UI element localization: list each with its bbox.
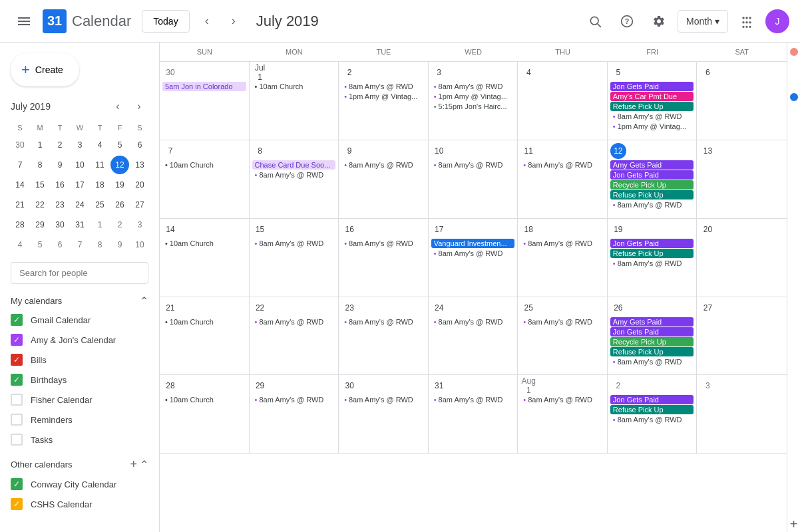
day-number[interactable]: 24 [431, 300, 447, 316]
day-number[interactable]: 21 [162, 300, 178, 316]
day-number[interactable]: 11 [520, 143, 536, 159]
mini-cal-day[interactable]: 22 [31, 196, 49, 214]
calendar-event[interactable]: 5:15pm Jon's Hairc... [431, 102, 515, 111]
mini-cal-day[interactable]: 28 [11, 215, 29, 234]
other-calendar-item[interactable]: ✓CSHS Calendar [0, 494, 159, 514]
my-calendar-item[interactable]: ✓Amy & Jon's Calendar [0, 330, 159, 350]
mini-cal-day[interactable]: 1 [31, 136, 49, 154]
calendar-cell[interactable]: 2810am Church [160, 375, 250, 453]
mini-cal-day[interactable]: 2 [110, 215, 129, 234]
day-number[interactable]: 19 [610, 221, 626, 237]
my-calendar-item[interactable]: ✓Gmail Calendar [0, 310, 159, 330]
calendar-cell[interactable]: 298am Amy's @ RWD [250, 375, 339, 453]
mini-cal-day[interactable]: 13 [130, 156, 149, 174]
mini-cal-day[interactable]: 2 [51, 136, 69, 154]
mini-cal-day[interactable]: 4 [11, 235, 29, 254]
calendar-event[interactable]: 8am Amy's @ RWD [520, 317, 604, 327]
menu-button[interactable] [11, 8, 37, 35]
mini-cal-day[interactable]: 20 [130, 176, 149, 194]
next-month-button[interactable]: › [222, 9, 246, 33]
my-calendars-header[interactable]: My calendars ⌃ [0, 292, 159, 310]
mini-cal-day[interactable]: 4 [91, 136, 109, 154]
calendar-event[interactable]: 8am Amy's @ RWD [520, 239, 604, 248]
calendar-checkbox[interactable] [11, 414, 23, 426]
mini-cal-day[interactable]: 24 [71, 196, 89, 214]
calendar-event[interactable]: Jon Gets Paid [610, 82, 694, 91]
calendar-cell[interactable]: Aug 18am Amy's @ RWD [518, 375, 608, 453]
calendar-cell[interactable]: 318am Amy's @ RWD [429, 375, 518, 453]
calendar-event[interactable]: Jon Gets Paid [610, 239, 694, 248]
mini-cal-day[interactable]: 5 [31, 235, 49, 254]
calendar-cell[interactable]: 20 [697, 219, 787, 297]
mini-cal-day[interactable]: 15 [31, 176, 49, 194]
mini-cal-day[interactable]: 17 [71, 176, 89, 194]
calendar-cell[interactable]: 98am Amy's @ RWD [339, 140, 429, 218]
day-number[interactable]: 29 [252, 378, 268, 394]
calendar-cell[interactable]: 188am Amy's @ RWD [518, 219, 608, 297]
day-number[interactable]: 5 [610, 65, 626, 80]
mini-cal-day[interactable]: 8 [31, 156, 49, 174]
apps-button[interactable] [733, 8, 760, 35]
calendar-cell[interactable]: 19Jon Gets PaidRefuse Pick Up8am Amy's @… [608, 219, 698, 297]
calendar-cell[interactable]: 38am Amy's @ RWD1pm Amy @ Vintag...5:15p… [429, 62, 518, 140]
calendar-checkbox[interactable]: ✓ [11, 314, 23, 326]
calendar-event[interactable]: 8am Amy's @ RWD [431, 160, 515, 170]
mini-cal-day[interactable]: 11 [91, 156, 109, 174]
mini-cal-day[interactable]: 31 [71, 215, 89, 234]
calendar-event[interactable]: 8am Amy's @ RWD [431, 317, 515, 327]
calendar-cell[interactable]: 308am Amy's @ RWD [339, 375, 429, 453]
calendar-event[interactable]: 8am Amy's @ RWD [252, 170, 336, 180]
calendar-cell[interactable]: 118am Amy's @ RWD [518, 140, 608, 218]
calendar-checkbox[interactable]: ✓ [11, 354, 23, 366]
day-number[interactable]: 2 [341, 65, 357, 80]
calendar-event[interactable]: Refuse Pick Up [610, 405, 694, 414]
day-number[interactable]: 3 [700, 378, 715, 394]
prev-month-button[interactable]: ‹ [195, 9, 219, 33]
calendar-cell[interactable]: 17Vanguard Investmen...8am Amy's @ RWD [429, 219, 518, 297]
calendar-event[interactable]: 8am Amy's @ RWD [520, 395, 604, 404]
mini-cal-day[interactable]: 1 [91, 215, 109, 234]
calendar-event[interactable]: 8am Amy's @ RWD [252, 239, 336, 248]
mini-cal-day[interactable]: 30 [11, 136, 29, 154]
calendar-event[interactable]: 1pm Amy @ Vintag... [341, 92, 425, 101]
mini-cal-day[interactable]: 26 [110, 196, 129, 214]
day-number[interactable]: 18 [520, 221, 536, 237]
day-number[interactable]: 15 [252, 221, 268, 237]
day-number[interactable]: 8 [252, 143, 268, 159]
calendar-cell[interactable]: 6 [697, 62, 787, 140]
mini-cal-day[interactable]: 30 [51, 215, 69, 234]
day-number[interactable]: 10 [431, 143, 447, 159]
calendar-event[interactable]: 8am Amy's @ RWD [341, 317, 425, 327]
calendar-event[interactable]: 8am Amy's @ RWD [610, 200, 694, 209]
calendar-cell[interactable]: 238am Amy's @ RWD [339, 297, 429, 375]
day-number[interactable]: 3 [431, 65, 447, 80]
mini-cal-day[interactable]: 29 [31, 215, 49, 234]
calendar-event[interactable]: Refuse Pick Up [610, 190, 694, 200]
day-number[interactable]: 6 [700, 65, 715, 80]
day-number[interactable]: 20 [700, 221, 715, 237]
mini-cal-day[interactable]: 10 [71, 156, 89, 174]
mini-cal-day[interactable]: 7 [71, 235, 89, 254]
my-calendar-item[interactable]: Reminders [0, 410, 159, 430]
day-number[interactable]: 25 [520, 300, 536, 316]
calendar-event[interactable]: Amy Gets Paid [610, 317, 694, 327]
my-calendar-item[interactable]: Tasks [0, 430, 159, 450]
calendar-cell[interactable]: 2Jon Gets PaidRefuse Pick Up8am Amy's @ … [608, 375, 698, 453]
calendar-event[interactable]: Recycle Pick Up [610, 180, 694, 190]
calendar-cell[interactable]: 12Amy Gets PaidJon Gets PaidRecycle Pick… [608, 140, 698, 218]
mini-cal-day[interactable]: 6 [130, 136, 149, 154]
calendar-cell[interactable]: 108am Amy's @ RWD [429, 140, 518, 218]
calendar-event[interactable]: Amy's Car Pmt Due [610, 92, 694, 101]
day-number[interactable]: 7 [162, 143, 178, 159]
mini-cal-day[interactable]: 19 [110, 176, 129, 194]
calendar-cell[interactable]: 8Chase Card Due Soo...8am Amy's @ RWD [250, 140, 339, 218]
create-button[interactable]: + Create [11, 53, 79, 86]
calendar-event[interactable]: Jon Gets Paid [610, 170, 694, 180]
mini-cal-day[interactable]: 18 [91, 176, 109, 194]
calendar-checkbox[interactable]: ✓ [11, 334, 23, 346]
calendar-checkbox[interactable] [11, 394, 23, 406]
search-button[interactable] [582, 8, 608, 35]
calendar-cell[interactable]: 1410am Church [160, 219, 250, 297]
calendar-cell[interactable]: 2110am Church [160, 297, 250, 375]
calendar-cell[interactable]: 168am Amy's @ RWD [339, 219, 429, 297]
